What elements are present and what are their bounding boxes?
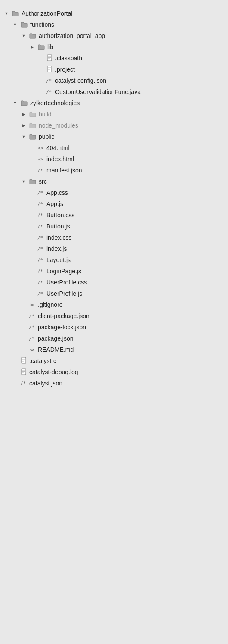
tree-item[interactable]: <> README.md [0, 344, 228, 355]
json-file-icon: /* [37, 234, 44, 242]
file-icon [20, 368, 27, 376]
tree-item[interactable]: /* index.js [0, 243, 228, 254]
tree-item[interactable]: /* client-package.json [0, 310, 228, 322]
svg-text:/*: /* [37, 168, 43, 173]
tree-item-name: catalyst-debug.log [29, 369, 78, 375]
tree-item[interactable]: <> index.html [0, 153, 228, 165]
tree-item-name: CustomUserValidationFunc.java [55, 88, 141, 95]
tree-item-name: src [39, 178, 47, 185]
tree-item-name: client-package.json [38, 313, 89, 319]
tree-item[interactable]: public [0, 131, 228, 142]
json-file-icon: /* [37, 166, 44, 175]
folder-icon [29, 178, 37, 185]
tree-item-name: index.html [46, 156, 74, 163]
json-file-icon: /* [46, 88, 53, 96]
tree-item[interactable]: authorization_portal_app [0, 30, 228, 41]
tree-arrow-icon[interactable] [21, 178, 27, 184]
tree-item[interactable]: functions [0, 19, 228, 30]
tree-item[interactable]: /* Button.css [0, 209, 228, 221]
tree-item[interactable]: <> 404.html [0, 142, 228, 153]
tree-item-name: .gitignore [38, 301, 63, 308]
json-file-icon: /* [29, 312, 36, 320]
tree-item-name: index.js [46, 245, 67, 252]
svg-text:/*: /* [37, 257, 43, 263]
svg-text:/*: /* [37, 246, 43, 252]
tree-item[interactable]: build [0, 109, 228, 120]
json-file-icon: /* [37, 267, 44, 275]
tree-item-name: .classpath [55, 55, 82, 62]
tree-arrow-icon[interactable] [21, 33, 27, 39]
tree-item[interactable]: AuthorizationPortal [0, 8, 228, 19]
tree-item[interactable]: .project [0, 64, 228, 75]
json-file-icon: /* [20, 379, 27, 388]
tree-item-name: index.css [46, 234, 71, 241]
tree-item-name: build [39, 111, 52, 118]
tree-arrow-icon[interactable] [12, 22, 18, 28]
tree-item[interactable]: /* Button.js [0, 221, 228, 232]
gitignore-icon: := [29, 301, 36, 309]
svg-text:/*: /* [37, 190, 43, 196]
tree-item[interactable]: .catalystrc [0, 355, 228, 366]
tree-item[interactable]: lib [0, 41, 228, 53]
tree-item[interactable]: /* package.json [0, 333, 228, 344]
tree-item[interactable]: /* package-lock.json [0, 322, 228, 333]
tree-item[interactable]: := .gitignore [0, 299, 228, 310]
tree-item[interactable]: src [0, 176, 228, 187]
svg-text:/*: /* [37, 280, 43, 285]
tree-item[interactable]: /* UserProfile.js [0, 288, 228, 299]
json-file-icon: /* [37, 211, 44, 219]
tree-item[interactable]: /* LoginPage.js [0, 266, 228, 277]
tree-arrow-icon[interactable] [21, 111, 27, 117]
tree-item[interactable]: /* catalyst-config.json [0, 75, 228, 86]
tree-item-name: Layout.js [46, 256, 71, 263]
tree-item-name: AuthorizationPortal [22, 10, 72, 17]
tree-item-name: README.md [38, 346, 74, 353]
tree-item[interactable]: zylkertechnologies [0, 97, 228, 109]
tree-item[interactable]: .classpath [0, 53, 228, 64]
tree-item[interactable]: catalyst-debug.log [0, 366, 228, 378]
tree-item[interactable]: /* App.css [0, 187, 228, 198]
json-file-icon: /* [37, 278, 44, 287]
json-file-icon: /* [29, 323, 36, 331]
svg-text:/*: /* [37, 291, 43, 297]
json-file-icon: /* [37, 256, 44, 264]
code-file-icon: <> [37, 144, 44, 152]
tree-item[interactable]: /* UserProfile.css [0, 277, 228, 288]
svg-text:/*: /* [29, 313, 34, 319]
tree-item-name: 404.html [46, 144, 70, 151]
json-file-icon: /* [29, 335, 36, 343]
tree-item-name: LoginPage.js [46, 268, 81, 275]
tree-item-name: UserProfile.js [46, 290, 82, 297]
tree-item[interactable]: /* catalyst.json [0, 378, 228, 389]
json-file-icon: /* [37, 200, 44, 208]
code-file-icon: <> [37, 155, 44, 163]
tree-item[interactable]: /* manifest.json [0, 165, 228, 176]
code-file-icon: <> [29, 346, 36, 354]
svg-text:/*: /* [46, 78, 52, 84]
tree-arrow-icon[interactable] [29, 44, 35, 50]
tree-item-name: manifest.json [46, 167, 82, 174]
tree-arrow-icon[interactable] [21, 134, 27, 140]
tree-item[interactable]: /* CustomUserValidationFunc.java [0, 86, 228, 97]
tree-item[interactable]: /* Layout.js [0, 254, 228, 266]
tree-item-name: node_modules [39, 122, 78, 129]
folder-icon [29, 32, 37, 40]
folder-icon [20, 21, 28, 28]
svg-text:<>: <> [38, 145, 44, 151]
folder-icon [29, 122, 37, 129]
tree-arrow-icon[interactable] [12, 100, 18, 106]
tree-arrow-icon[interactable] [21, 122, 27, 128]
svg-text:/*: /* [37, 269, 43, 274]
tree-item[interactable]: /* index.css [0, 232, 228, 243]
tree-item-name: public [39, 133, 55, 140]
tree-item-name: zylkertechnologies [30, 100, 80, 106]
tree-item[interactable]: /* App.js [0, 198, 228, 209]
svg-text:/*: /* [29, 325, 34, 330]
tree-item-name: Button.css [46, 212, 74, 219]
file-icon [46, 54, 53, 63]
svg-text:/*: /* [37, 224, 43, 229]
json-file-icon: /* [37, 290, 44, 298]
json-file-icon: /* [46, 77, 53, 85]
tree-arrow-icon[interactable] [3, 10, 9, 16]
tree-item[interactable]: node_modules [0, 120, 228, 131]
